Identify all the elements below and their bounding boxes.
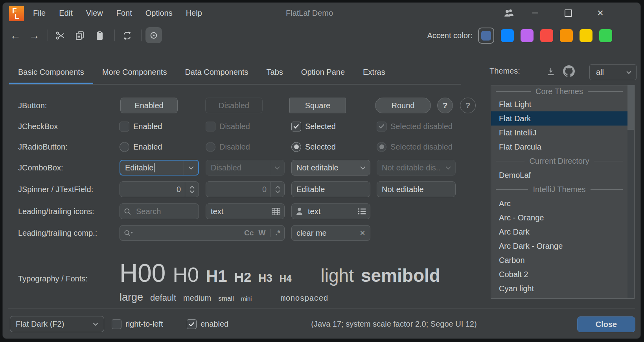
checkbox-checked-icon — [187, 319, 197, 329]
clearable-field[interactable]: clear me × — [291, 225, 370, 241]
theme-item-arc-orange[interactable]: Arc - Orange — [491, 211, 627, 225]
accent-swatch-blue[interactable] — [501, 29, 514, 42]
tab-tabs[interactable]: Tabs — [258, 59, 292, 85]
paste-icon — [96, 31, 104, 40]
accent-color-picker: Accent color: — [427, 23, 612, 48]
combobox-not-editable-disabled: Not editable dis... — [377, 160, 456, 176]
spinner-2-value[interactable]: 0 — [206, 185, 270, 194]
lookandfeel-combobox[interactable]: Flat Dark (F2) — [10, 316, 104, 332]
menu-font[interactable]: Font — [110, 9, 139, 18]
h1-sample: H1 — [206, 267, 227, 286]
menu-view[interactable]: View — [79, 9, 110, 18]
theme-item-dark-flat[interactable]: Dark Flat — [491, 296, 627, 299]
cut-button[interactable] — [53, 28, 67, 43]
spinner-buttons[interactable] — [185, 186, 199, 193]
accent-swatch-red[interactable] — [540, 29, 553, 42]
radio-selected[interactable]: Selected — [291, 139, 370, 155]
checkbox-selected-disabled: Selected disabled — [377, 118, 456, 134]
combobox-editable-value[interactable]: Editable — [120, 163, 184, 172]
textfield-editable[interactable]: Editable — [291, 181, 370, 197]
regex-button[interactable]: .* — [275, 229, 280, 237]
accent-swatch-default-selected[interactable] — [478, 28, 494, 44]
titlebar: F L File Edit View Font Options Help Fla… — [3, 3, 640, 23]
chevron-down-icon[interactable] — [184, 166, 198, 170]
accent-swatch-green[interactable] — [599, 29, 612, 42]
right-to-left-checkbox[interactable]: right-to-left — [112, 316, 163, 332]
download-themes-button[interactable] — [545, 65, 557, 78]
search-dropdown-icon[interactable] — [124, 229, 133, 237]
chevron-down-icon — [441, 166, 455, 170]
leading-trailing-icons-label: Leading/trailing icons: — [18, 203, 94, 219]
leading-trailing-comps-row: Leading/trailing comp.: Cc W .* clear me… — [3, 225, 456, 241]
combobox-editable[interactable]: Editable — [120, 160, 199, 176]
help-button-filled[interactable]: ? — [437, 98, 453, 113]
themes-scrollbar-thumb[interactable] — [627, 85, 634, 130]
search-placeholder: Search — [131, 207, 199, 216]
refresh-button[interactable] — [120, 28, 134, 43]
whole-word-button[interactable]: W — [258, 229, 265, 237]
enabled-button[interactable]: Enabled — [120, 98, 178, 113]
theme-item-flat-dark[interactable]: Flat Dark — [491, 111, 627, 126]
users-button[interactable] — [501, 3, 517, 23]
bottom-separator — [8, 309, 635, 309]
default-size-sample: default — [150, 293, 176, 303]
search-with-options-field[interactable]: Cc W .* — [120, 225, 285, 241]
round-button[interactable]: Round — [375, 98, 431, 113]
tab-option-pane[interactable]: Option Pane — [292, 59, 354, 85]
maximize-button[interactable] — [561, 3, 575, 23]
github-button[interactable] — [563, 65, 575, 78]
chevron-down-icon — [356, 166, 370, 170]
menu-edit[interactable]: Edit — [52, 9, 79, 18]
text-field-user-icon[interactable]: text — [291, 203, 370, 219]
clear-icon[interactable]: × — [360, 228, 365, 238]
theme-item-demolaf[interactable]: DemoLaf — [491, 168, 627, 182]
tab-more-components[interactable]: More Components — [93, 59, 176, 85]
menu-file[interactable]: File — [26, 9, 52, 18]
text-field-table-icon[interactable]: text — [206, 203, 285, 219]
paste-button[interactable] — [92, 28, 107, 43]
checkbox-selected[interactable]: Selected — [291, 118, 370, 134]
theme-item-flat-intellij[interactable]: Flat IntelliJ — [491, 126, 627, 140]
spinner-1[interactable]: 0 — [120, 181, 199, 197]
help-button-outline[interactable]: ? — [460, 98, 476, 113]
combobox-not-editable[interactable]: Not editable — [291, 160, 370, 176]
spinner-2[interactable]: 0 — [206, 181, 285, 197]
minimize-button[interactable] — [528, 3, 542, 23]
logo-letter-l: L — [15, 12, 19, 21]
tab-basic-components[interactable]: Basic Components — [9, 59, 93, 85]
accent-swatch-purple[interactable] — [521, 29, 534, 42]
theme-item-carbon[interactable]: Carbon — [491, 253, 627, 267]
theme-item-arc-dark[interactable]: Arc Dark — [491, 225, 627, 239]
textfield-not-editable[interactable]: Not editable — [377, 181, 456, 197]
theme-item-cyan-light[interactable]: Cyan light — [491, 281, 627, 296]
checkbox-checked-icon — [377, 122, 386, 131]
enabled-checkbox[interactable]: enabled — [187, 316, 228, 332]
forward-button[interactable]: → — [27, 28, 41, 43]
match-case-button[interactable]: Cc — [244, 229, 254, 237]
search-field[interactable]: Search — [120, 203, 199, 219]
checkbox-enabled[interactable]: Enabled — [120, 118, 199, 134]
menu-help[interactable]: Help — [179, 9, 209, 18]
copy-button[interactable] — [73, 28, 87, 43]
theme-item-cobalt-2[interactable]: Cobalt 2 — [491, 267, 627, 281]
themes-scrollbar[interactable] — [627, 85, 634, 298]
accent-swatch-orange[interactable] — [560, 29, 573, 42]
radio-enabled[interactable]: Enabled — [120, 139, 199, 155]
large-size-sample: large — [120, 291, 143, 303]
spinner-buttons[interactable] — [271, 186, 284, 193]
themes-filter-combobox[interactable]: all — [589, 64, 637, 80]
show-hidden-toggle[interactable] — [145, 27, 162, 43]
theme-item-arc[interactable]: Arc — [491, 196, 627, 211]
theme-item-flat-light[interactable]: Flat Light — [491, 97, 627, 111]
accent-swatch-yellow[interactable] — [580, 29, 592, 42]
tab-data-components[interactable]: Data Components — [176, 59, 257, 85]
tab-extras[interactable]: Extras — [354, 59, 394, 85]
close-button[interactable]: Close — [577, 316, 635, 332]
spinner-1-value[interactable]: 0 — [120, 185, 185, 194]
window-close-button[interactable]: × — [593, 3, 607, 23]
square-button[interactable]: Square — [289, 98, 346, 113]
menu-options[interactable]: Options — [139, 9, 179, 18]
back-button[interactable]: ← — [8, 28, 22, 43]
theme-item-arc-dark-orange[interactable]: Arc Dark - Orange — [491, 239, 627, 253]
theme-item-flat-darcula[interactable]: Flat Darcula — [491, 140, 627, 154]
